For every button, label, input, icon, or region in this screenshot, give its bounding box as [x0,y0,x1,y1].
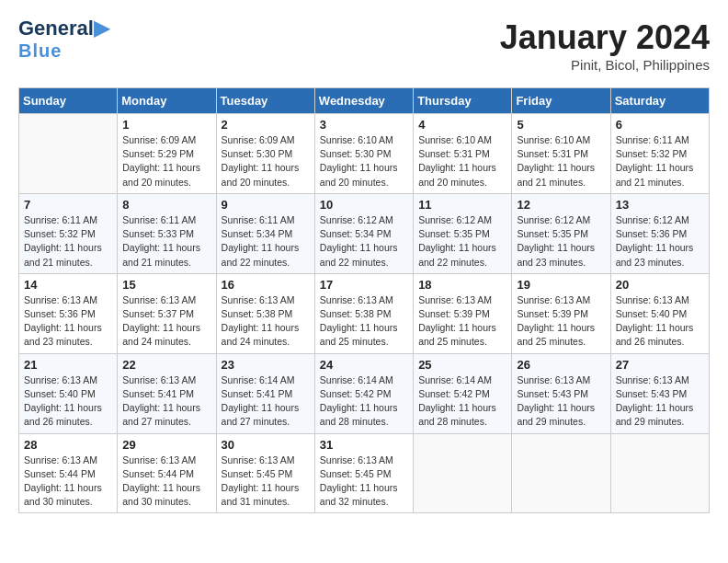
day-number: 4 [418,118,506,132]
day-number: 14 [24,278,112,292]
calendar-cell: 18Sunrise: 6:13 AMSunset: 5:39 PMDayligh… [414,273,512,353]
day-info: Sunrise: 6:13 AMSunset: 5:39 PMDaylight:… [517,293,605,350]
day-number: 23 [222,358,310,372]
calendar-title: January 2024 [500,18,710,57]
day-info: Sunrise: 6:11 AMSunset: 5:32 PMDaylight:… [616,133,704,190]
day-number: 22 [122,358,210,372]
calendar-cell: 9Sunrise: 6:11 AMSunset: 5:34 PMDaylight… [216,193,314,273]
day-info: Sunrise: 6:13 AMSunset: 5:40 PMDaylight:… [24,373,112,430]
calendar-cell: 5Sunrise: 6:10 AMSunset: 5:31 PMDaylight… [512,114,610,194]
col-header-monday: Monday [118,88,216,114]
day-info: Sunrise: 6:13 AMSunset: 5:44 PMDaylight:… [122,454,210,510]
calendar-cell: 16Sunrise: 6:13 AMSunset: 5:38 PMDayligh… [216,273,314,353]
calendar-cell: 23Sunrise: 6:14 AMSunset: 5:41 PMDayligh… [216,353,314,433]
col-header-thursday: Thursday [414,88,512,114]
day-number: 19 [517,278,605,292]
day-number: 21 [24,358,112,372]
day-number: 8 [122,198,210,212]
calendar-cell: 28Sunrise: 6:13 AMSunset: 5:44 PMDayligh… [19,433,118,513]
day-number: 5 [517,118,605,132]
day-info: Sunrise: 6:10 AMSunset: 5:31 PMDaylight:… [418,133,506,190]
day-number: 15 [122,278,210,292]
calendar-cell [512,433,610,513]
col-header-friday: Friday [512,88,610,114]
day-number: 20 [616,278,704,292]
col-header-wednesday: Wednesday [314,88,413,114]
col-header-sunday: Sunday [19,88,118,114]
day-info: Sunrise: 6:09 AMSunset: 5:30 PMDaylight:… [222,133,310,190]
calendar-subtitle: Pinit, Bicol, Philippines [500,57,710,73]
day-number: 27 [616,358,704,372]
logo-text: General▶ [18,18,109,39]
day-info: Sunrise: 6:13 AMSunset: 5:41 PMDaylight:… [122,373,210,430]
day-info: Sunrise: 6:14 AMSunset: 5:42 PMDaylight:… [418,373,506,430]
calendar-cell: 6Sunrise: 6:11 AMSunset: 5:32 PMDaylight… [610,114,709,194]
calendar-cell [414,433,512,513]
day-number: 26 [517,358,605,372]
day-number: 24 [320,358,408,372]
day-number: 10 [320,198,408,212]
day-info: Sunrise: 6:13 AMSunset: 5:43 PMDaylight:… [517,373,605,430]
day-number: 16 [222,278,310,292]
calendar-cell: 26Sunrise: 6:13 AMSunset: 5:43 PMDayligh… [512,353,610,433]
day-info: Sunrise: 6:12 AMSunset: 5:34 PMDaylight:… [320,213,408,270]
calendar-cell: 19Sunrise: 6:13 AMSunset: 5:39 PMDayligh… [512,273,610,353]
calendar-cell: 1Sunrise: 6:09 AMSunset: 5:29 PMDaylight… [118,114,216,194]
day-number: 2 [222,118,310,132]
day-number: 11 [418,198,506,212]
calendar-cell: 21Sunrise: 6:13 AMSunset: 5:40 PMDayligh… [19,353,118,433]
day-number: 17 [320,278,408,292]
calendar-cell: 27Sunrise: 6:13 AMSunset: 5:43 PMDayligh… [610,353,709,433]
day-number: 28 [24,438,112,452]
calendar-cell [610,433,709,513]
calendar-cell: 24Sunrise: 6:14 AMSunset: 5:42 PMDayligh… [314,353,413,433]
calendar-cell: 29Sunrise: 6:13 AMSunset: 5:44 PMDayligh… [118,433,216,513]
day-info: Sunrise: 6:11 AMSunset: 5:33 PMDaylight:… [122,213,210,270]
day-number: 30 [222,438,310,452]
day-info: Sunrise: 6:13 AMSunset: 5:38 PMDaylight:… [222,293,310,350]
calendar-cell: 2Sunrise: 6:09 AMSunset: 5:30 PMDaylight… [216,114,314,194]
day-number: 13 [616,198,704,212]
day-info: Sunrise: 6:09 AMSunset: 5:29 PMDaylight:… [122,133,210,190]
day-info: Sunrise: 6:13 AMSunset: 5:43 PMDaylight:… [616,373,704,430]
day-info: Sunrise: 6:10 AMSunset: 5:31 PMDaylight:… [517,133,605,190]
day-number: 31 [320,438,408,452]
title-block: January 2024 Pinit, Bicol, Philippines [500,18,710,73]
day-info: Sunrise: 6:13 AMSunset: 5:45 PMDaylight:… [222,454,310,510]
day-info: Sunrise: 6:13 AMSunset: 5:37 PMDaylight:… [122,293,210,350]
day-info: Sunrise: 6:13 AMSunset: 5:39 PMDaylight:… [418,293,506,350]
calendar-cell: 4Sunrise: 6:10 AMSunset: 5:31 PMDaylight… [414,114,512,194]
day-info: Sunrise: 6:10 AMSunset: 5:30 PMDaylight:… [320,133,408,190]
day-number: 12 [517,198,605,212]
day-number: 9 [222,198,310,212]
calendar-cell: 3Sunrise: 6:10 AMSunset: 5:30 PMDaylight… [314,114,413,194]
day-info: Sunrise: 6:11 AMSunset: 5:34 PMDaylight:… [222,213,310,270]
day-info: Sunrise: 6:12 AMSunset: 5:35 PMDaylight:… [517,213,605,270]
day-info: Sunrise: 6:13 AMSunset: 5:36 PMDaylight:… [24,293,112,350]
day-info: Sunrise: 6:12 AMSunset: 5:35 PMDaylight:… [418,213,506,270]
day-info: Sunrise: 6:11 AMSunset: 5:32 PMDaylight:… [24,213,112,270]
day-number: 7 [24,198,112,212]
calendar-cell: 13Sunrise: 6:12 AMSunset: 5:36 PMDayligh… [610,193,709,273]
calendar-cell: 31Sunrise: 6:13 AMSunset: 5:45 PMDayligh… [314,433,413,513]
calendar-cell: 10Sunrise: 6:12 AMSunset: 5:34 PMDayligh… [314,193,413,273]
calendar-cell: 7Sunrise: 6:11 AMSunset: 5:32 PMDaylight… [19,193,118,273]
logo-blue: Blue [18,40,62,62]
day-number: 6 [616,118,704,132]
day-number: 1 [122,118,210,132]
day-info: Sunrise: 6:14 AMSunset: 5:41 PMDaylight:… [222,373,310,430]
day-number: 29 [122,438,210,452]
day-info: Sunrise: 6:13 AMSunset: 5:45 PMDaylight:… [320,454,408,510]
calendar-table: SundayMondayTuesdayWednesdayThursdayFrid… [18,87,710,513]
calendar-cell [19,114,118,194]
calendar-cell: 25Sunrise: 6:14 AMSunset: 5:42 PMDayligh… [414,353,512,433]
calendar-cell: 30Sunrise: 6:13 AMSunset: 5:45 PMDayligh… [216,433,314,513]
day-info: Sunrise: 6:14 AMSunset: 5:42 PMDaylight:… [320,373,408,430]
day-info: Sunrise: 6:12 AMSunset: 5:36 PMDaylight:… [616,213,704,270]
day-number: 25 [418,358,506,372]
day-number: 18 [418,278,506,292]
logo: General▶ Blue [18,18,109,62]
calendar-cell: 14Sunrise: 6:13 AMSunset: 5:36 PMDayligh… [19,273,118,353]
calendar-cell: 11Sunrise: 6:12 AMSunset: 5:35 PMDayligh… [414,193,512,273]
day-info: Sunrise: 6:13 AMSunset: 5:38 PMDaylight:… [320,293,408,350]
